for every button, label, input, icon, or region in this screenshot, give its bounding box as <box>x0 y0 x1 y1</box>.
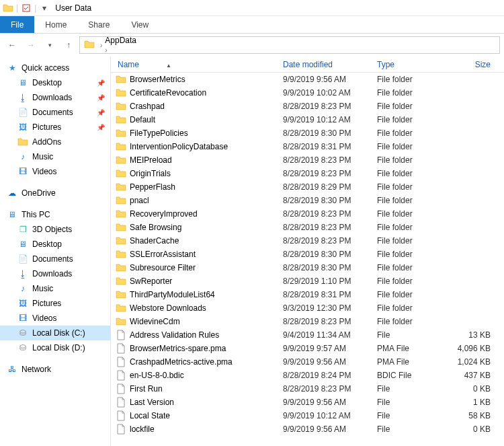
recent-dropdown-icon[interactable]: ▾ <box>42 37 58 53</box>
file-row[interactable]: lockfile9/9/2019 9:56 AMFile0 KB <box>111 422 504 436</box>
address-bar[interactable]: › This PC›Local Disk (C:)›Users›vgcha›Ap… <box>79 36 500 54</box>
sidebar-item[interactable]: ⛁Local Disk (C:) <box>0 326 110 340</box>
file-type: File folder <box>377 115 454 124</box>
folder-icon <box>115 276 127 287</box>
file-row[interactable]: RecoveryImproved8/28/2019 8:23 PMFile fo… <box>111 207 504 221</box>
file-date: 9/9/2019 9:56 AM <box>283 75 377 84</box>
file-row[interactable]: PepperFlash8/28/2019 8:29 PMFile folder <box>111 180 504 194</box>
file-type: File folder <box>377 236 454 246</box>
file-row[interactable]: BrowserMetrics-spare.pma9/9/2019 9:57 AM… <box>111 342 504 355</box>
file-type: File folder <box>377 196 454 205</box>
sidebar-this-pc[interactable]: 🖥 This PC <box>0 207 110 222</box>
col-date[interactable]: Date modified <box>283 60 377 69</box>
back-button[interactable]: ← <box>4 37 20 53</box>
file-row[interactable]: BrowserMetrics9/9/2019 9:56 AMFile folde… <box>111 73 504 86</box>
qat-dropdown-icon[interactable]: ▾ <box>39 3 50 13</box>
file-row[interactable]: Default9/9/2019 10:12 AMFile folder <box>111 113 504 126</box>
tab-file[interactable]: File <box>0 16 34 33</box>
folder-icon <box>3 3 13 13</box>
sidebar-item[interactable]: 🖼Pictures <box>0 296 110 311</box>
window-title: User Data <box>55 3 91 13</box>
file-date: 8/28/2019 8:30 PM <box>283 128 377 138</box>
file-name: pnacl <box>130 196 149 205</box>
file-icon <box>115 357 127 367</box>
label: Documents <box>32 254 73 264</box>
sidebar-item[interactable]: ♪Music <box>0 281 110 296</box>
file-row[interactable]: OriginTrials8/28/2019 8:23 PMFile folder <box>111 167 504 180</box>
file-type: File folder <box>377 75 454 84</box>
file-date: 9/3/2019 12:30 PM <box>283 303 377 313</box>
file-row[interactable]: FileTypePolicies8/28/2019 8:30 PMFile fo… <box>111 126 504 140</box>
label: Local Disk (D:) <box>32 343 85 352</box>
col-name[interactable]: Name▲ <box>115 60 283 69</box>
file-type: File folder <box>377 263 454 272</box>
sidebar-item[interactable]: ⭳Downloads <box>0 266 110 281</box>
file-name: Local State <box>130 411 170 420</box>
file-row[interactable]: en-US-8-0.bdic8/28/2019 8:24 PMBDIC File… <box>111 369 504 382</box>
file-row[interactable]: pnacl8/28/2019 8:30 PMFile folder <box>111 194 504 207</box>
sidebar-item[interactable]: 📄Documents📌 <box>0 105 110 120</box>
file-icon <box>115 343 127 354</box>
file-pane: Name▲ Date modified Type Size BrowserMet… <box>111 57 504 446</box>
file-row[interactable]: Address Validation Rules9/4/2019 11:34 A… <box>111 328 504 342</box>
forward-button[interactable]: → <box>23 37 39 53</box>
file-icon <box>115 383 127 394</box>
file-name: WidevineCdm <box>130 317 180 326</box>
sidebar-item[interactable]: 📄Documents <box>0 252 110 266</box>
sidebar-item[interactable]: AddOns <box>0 135 110 149</box>
breadcrumb-item[interactable]: AppData <box>103 36 159 45</box>
sidebar-quick-access[interactable]: ★ Quick access <box>0 61 110 75</box>
file-row[interactable]: CrashpadMetrics-active.pma9/9/2019 9:56 … <box>111 355 504 369</box>
tab-share[interactable]: Share <box>77 16 120 33</box>
col-size[interactable]: Size <box>454 60 495 69</box>
chevron-right-icon[interactable]: › <box>99 42 103 49</box>
file-size: 0 KB <box>454 424 495 434</box>
label: Videos <box>32 313 56 323</box>
file-icon <box>115 330 127 340</box>
ribbon: File Home Share View <box>0 16 504 34</box>
file-row[interactable]: Subresource Filter8/28/2019 8:30 PMFile … <box>111 261 504 274</box>
document-icon: 📄 <box>17 107 28 118</box>
sidebar-item[interactable]: ⭳Downloads📌 <box>0 90 110 105</box>
file-row[interactable]: First Run8/28/2019 8:23 PMFile0 KB <box>111 382 504 396</box>
chevron-right-icon[interactable]: › <box>103 46 108 54</box>
file-row[interactable]: SSLErrorAssistant8/28/2019 8:30 PMFile f… <box>111 248 504 261</box>
file-date: 8/28/2019 8:23 PM <box>283 223 377 232</box>
file-row[interactable]: Last Version9/9/2019 9:56 AMFile1 KB <box>111 396 504 409</box>
file-row[interactable]: InterventionPolicyDatabase8/28/2019 8:31… <box>111 140 504 153</box>
up-button[interactable]: ↑ <box>60 37 77 53</box>
file-row[interactable]: Webstore Downloads9/3/2019 12:30 PMFile … <box>111 301 504 315</box>
sidebar-item[interactable]: ⛁Local Disk (D:) <box>0 340 110 355</box>
sidebar-item[interactable]: 🖥Desktop📌 <box>0 75 110 90</box>
sidebar-item[interactable]: ♪Music <box>0 149 110 164</box>
file-row[interactable]: Safe Browsing8/28/2019 8:23 PMFile folde… <box>111 221 504 234</box>
download-icon: ⭳ <box>17 92 28 103</box>
label: Downloads <box>32 93 72 102</box>
file-date: 8/28/2019 8:30 PM <box>283 250 377 259</box>
file-date: 8/28/2019 8:30 PM <box>283 196 377 205</box>
file-name: lockfile <box>130 424 155 434</box>
sidebar-onedrive[interactable]: ☁ OneDrive <box>0 186 110 200</box>
sidebar-item[interactable]: 🖼Pictures📌 <box>0 120 110 135</box>
folder-icon <box>115 249 127 260</box>
file-row[interactable]: WidevineCdm8/28/2019 8:23 PMFile folder <box>111 315 504 328</box>
file-row[interactable]: Local State9/9/2019 10:12 AMFile58 KB <box>111 409 504 422</box>
col-type[interactable]: Type <box>377 60 454 69</box>
sidebar-item[interactable]: 🎞Videos <box>0 311 110 326</box>
file-row[interactable]: ThirdPartyModuleList648/28/2019 8:31 PMF… <box>111 288 504 301</box>
sidebar-item[interactable]: 🎞Videos <box>0 164 110 179</box>
file-date: 9/9/2019 9:56 AM <box>283 357 377 367</box>
sidebar-item[interactable]: ❒3D Objects <box>0 222 110 237</box>
qat-properties-icon[interactable] <box>21 3 32 13</box>
file-date: 8/28/2019 8:23 PM <box>283 317 377 326</box>
file-row[interactable]: SwReporter8/29/2019 1:10 PMFile folder <box>111 274 504 288</box>
sidebar-item[interactable]: 🖥Desktop <box>0 237 110 252</box>
tab-view[interactable]: View <box>120 16 159 33</box>
file-name: CertificateRevocation <box>130 88 206 98</box>
file-row[interactable]: ShaderCache8/28/2019 8:23 PMFile folder <box>111 234 504 248</box>
file-row[interactable]: CertificateRevocation9/9/2019 10:02 AMFi… <box>111 86 504 100</box>
file-row[interactable]: MEIPreload8/28/2019 8:23 PMFile folder <box>111 153 504 167</box>
sidebar-network[interactable]: 🖧 Network <box>0 362 110 377</box>
file-row[interactable]: Crashpad8/28/2019 8:23 PMFile folder <box>111 100 504 113</box>
tab-home[interactable]: Home <box>34 16 77 33</box>
